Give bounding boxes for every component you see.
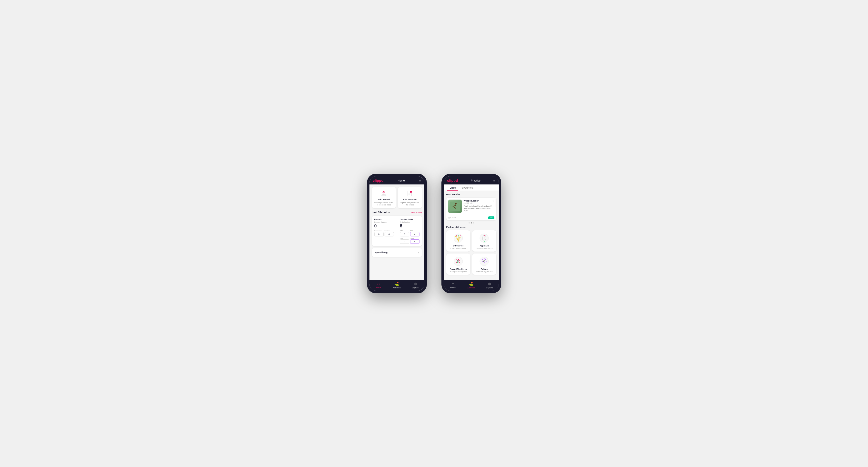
skill-around-the-green[interactable]: Around The Green Hone your short game <box>446 253 470 275</box>
drill-info: Wedge Ladder 50–100 yds Play 1 shot at e… <box>464 199 494 213</box>
home-header: clippd Home ≡ <box>369 176 424 184</box>
svg-point-36 <box>458 259 459 260</box>
rounds-label: Rounds <box>374 218 394 220</box>
svg-point-23 <box>456 236 457 236</box>
practice-activities-label: Activities <box>467 287 475 289</box>
drill-title: Wedge Ladder <box>464 199 494 202</box>
putt-label: PUTT <box>410 238 420 239</box>
practice-nav-capture[interactable]: ⊕ Capture <box>480 282 499 289</box>
svg-point-40 <box>456 262 457 263</box>
golf-bag-row[interactable]: My Golf Bag › <box>372 248 422 257</box>
featured-drill-card[interactable]: Wedge Ladder 50–100 yds Play 1 shot at e… <box>446 198 496 220</box>
practice-menu-icon[interactable]: ≡ <box>493 179 495 183</box>
drills-capture-label: Drills Capture <box>400 221 420 223</box>
svg-point-34 <box>454 257 463 266</box>
skill-putting[interactable]: Putting Make and lag practice <box>472 253 496 275</box>
drill-desc: Play 1 shot at each target yardage. If y… <box>464 205 494 212</box>
svg-point-51 <box>484 261 485 261</box>
target-icon: ◎ <box>448 217 450 219</box>
skill-approach[interactable]: Approach Dial-in to hit the green <box>472 230 496 252</box>
drill-yardage: 50–100 yds <box>464 202 494 204</box>
phone-practice: clippd Practice ≡ Drills Favourites Most… <box>441 174 501 293</box>
nav-capture[interactable]: ⊕ Capture <box>406 282 424 289</box>
home-screen-content: Add Round Record your shots in fast or e… <box>369 184 424 280</box>
around-the-green-icon <box>453 256 464 267</box>
practice-capture-icon: ⊕ <box>488 282 491 286</box>
app-label: APP <box>410 230 420 231</box>
add-practice-card[interactable]: + Add Practice Capture your practice off… <box>398 187 422 208</box>
practice-home-icon: ⌂ <box>452 282 454 286</box>
practice-value: 0 <box>384 232 394 237</box>
svg-point-37 <box>459 260 460 261</box>
svg-point-25 <box>460 236 461 236</box>
last-3-months-label: Last 3 Months <box>372 211 390 214</box>
home-menu-icon[interactable]: ≡ <box>419 179 421 183</box>
add-practice-title: Add Practice <box>403 198 416 201</box>
svg-point-35 <box>456 259 457 260</box>
view-activity-link[interactable]: View Activity <box>411 211 422 214</box>
practice-label: Practice <box>384 230 394 231</box>
activities-nav-label: Activities <box>393 287 401 289</box>
capture-nav-icon: ⊕ <box>414 282 417 286</box>
favourite-star-icon[interactable]: ☆ <box>492 199 494 202</box>
home-nav-label: Home <box>376 286 381 289</box>
practice-capture-label: Capture <box>486 287 493 289</box>
practice-activities-icon: ⛳ <box>469 282 474 286</box>
svg-point-39 <box>459 262 460 263</box>
skill-grid: Off The Tee Power and accuracy <box>446 230 496 275</box>
stats-card: Rounds Rounds Capture 0 Tournament 0 <box>372 216 422 246</box>
add-round-card[interactable]: Add Round Record your shots in fast or e… <box>372 187 396 208</box>
tournament-value: 0 <box>374 232 383 237</box>
practice-drills-column: Practice Drills Drills Capture 8 OTT 0 <box>400 218 420 244</box>
golf-bag-chevron: › <box>418 251 419 254</box>
svg-point-32 <box>484 238 485 238</box>
most-popular-label: Most Popular <box>446 193 496 196</box>
practice-nav-home[interactable]: ⌂ Home <box>444 282 462 289</box>
svg-point-42 <box>457 261 458 262</box>
practice-nav-activities[interactable]: ⛳ Activities <box>462 282 480 289</box>
add-round-title: Add Round <box>378 198 390 201</box>
add-round-desc: Record your shots in fast or enhanced mo… <box>374 201 394 206</box>
rounds-capture-label: Rounds Capture <box>374 221 394 223</box>
nav-home[interactable]: ⌂ Home <box>369 282 388 289</box>
activities-nav-icon: ⛳ <box>394 282 399 286</box>
drills-capture-value: 8 <box>400 223 420 229</box>
skill-off-the-tee[interactable]: Off The Tee Power and accuracy <box>446 230 470 252</box>
drills-label: Practice Drills <box>400 218 420 220</box>
home-title: Home <box>398 179 405 182</box>
off-the-tee-icon <box>453 233 464 244</box>
putting-title: Putting <box>481 268 488 270</box>
arg-value: 0 <box>400 239 409 244</box>
practice-logo: clippd <box>447 179 458 183</box>
tab-drills[interactable]: Drills <box>447 184 458 191</box>
shots-info: ◎ 9 shots <box>448 217 456 219</box>
tab-favourites[interactable]: Favourites <box>458 184 475 191</box>
practice-home-label: Home <box>450 286 455 289</box>
arg-label: ARG <box>400 238 409 239</box>
putt-stat: PUTT 4 <box>410 238 420 244</box>
around-the-green-title: Around The Green <box>450 268 467 270</box>
quick-actions: Add Round Record your shots in fast or e… <box>372 187 422 208</box>
svg-point-31 <box>484 238 484 238</box>
practice-title: Practice <box>471 179 480 182</box>
approach-title: Approach <box>480 245 489 247</box>
svg-point-24 <box>458 235 459 236</box>
rounds-capture-value: 0 <box>374 223 394 229</box>
phones-container: clippd Home ≡ <box>367 174 501 293</box>
tournament-label: Tournament <box>374 230 383 231</box>
phone-home: clippd Home ≡ <box>367 174 427 293</box>
drill-thumb-image <box>448 199 462 213</box>
svg-point-28 <box>483 236 484 236</box>
add-round-icon <box>380 189 388 197</box>
drill-badge: APP <box>488 216 494 219</box>
drill-footer: ◎ 9 shots APP <box>446 215 496 220</box>
nav-activities[interactable]: ⛳ Activities <box>388 282 406 289</box>
app-stat: APP 4 <box>410 230 420 237</box>
shots-count: 9 shots <box>451 217 456 219</box>
home-nav-icon: ⌂ <box>377 282 380 286</box>
practice-screen-content: Most Popular <box>444 191 499 280</box>
app-value: 4 <box>410 232 420 237</box>
svg-text:+: + <box>410 191 411 193</box>
svg-point-45 <box>482 259 483 260</box>
home-logo: clippd <box>373 179 383 183</box>
